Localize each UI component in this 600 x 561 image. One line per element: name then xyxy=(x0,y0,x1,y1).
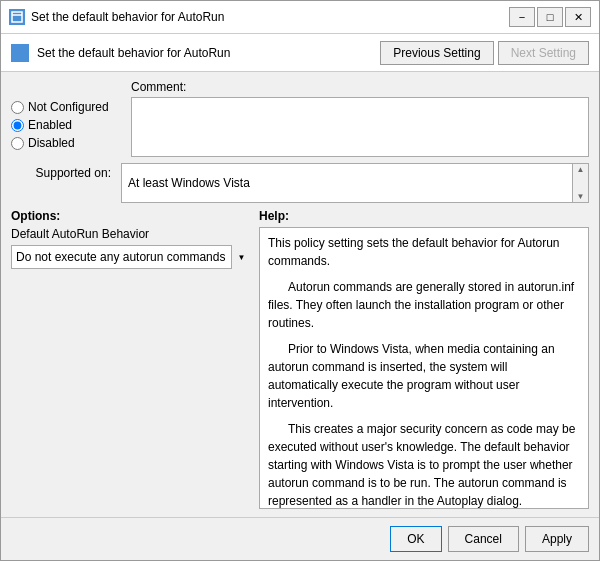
minimize-button[interactable]: − xyxy=(509,7,535,27)
dropdown-wrapper: Do not execute any autorun commands Auto… xyxy=(11,245,251,269)
scroll-down-arrow: ▼ xyxy=(574,192,587,201)
policy-icon xyxy=(11,44,29,62)
help-para-1: This policy setting sets the default beh… xyxy=(268,234,580,270)
not-configured-radio[interactable] xyxy=(11,101,24,114)
close-button[interactable]: ✕ xyxy=(565,7,591,27)
not-configured-label: Not Configured xyxy=(28,100,109,114)
header-bar: Set the default behavior for AutoRun Pre… xyxy=(1,34,599,72)
disabled-label: Disabled xyxy=(28,136,75,150)
radio-group: Not Configured Enabled Disabled xyxy=(11,80,121,157)
window-icon xyxy=(9,9,25,25)
supported-value: At least Windows Vista xyxy=(128,176,250,190)
footer: OK Cancel Apply xyxy=(1,517,599,560)
help-para-2: Autorun commands are generally stored in… xyxy=(268,278,580,332)
supported-label: Supported on: xyxy=(11,163,111,180)
comment-label: Comment: xyxy=(131,80,589,94)
ok-button[interactable]: OK xyxy=(390,526,441,552)
not-configured-option[interactable]: Not Configured xyxy=(11,100,121,114)
cancel-button[interactable]: Cancel xyxy=(448,526,519,552)
autorun-behavior-select[interactable]: Do not execute any autorun commands Auto… xyxy=(11,245,251,269)
options-title: Options: xyxy=(11,209,251,223)
scroll-up-arrow: ▲ xyxy=(574,165,587,174)
comment-textarea[interactable] xyxy=(131,97,589,157)
window-controls: − □ ✕ xyxy=(509,7,591,27)
default-behavior-label: Default AutoRun Behavior xyxy=(11,227,251,241)
bottom-section: Options: Default AutoRun Behavior Do not… xyxy=(11,209,589,509)
previous-setting-button[interactable]: Previous Setting xyxy=(380,41,493,65)
supported-scrollbar: ▲ ▼ xyxy=(572,164,588,202)
help-para-4: This creates a major security concern as… xyxy=(268,420,580,509)
title-bar: Set the default behavior for AutoRun − □… xyxy=(1,1,599,34)
next-setting-button[interactable]: Next Setting xyxy=(498,41,589,65)
top-section: Not Configured Enabled Disabled Comment: xyxy=(11,80,589,157)
nav-buttons: Previous Setting Next Setting xyxy=(380,41,589,65)
content-area: Not Configured Enabled Disabled Comment:… xyxy=(1,72,599,517)
options-panel: Options: Default AutoRun Behavior Do not… xyxy=(11,209,251,509)
comment-section: Comment: xyxy=(131,80,589,157)
help-title: Help: xyxy=(259,209,589,223)
window-title: Set the default behavior for AutoRun xyxy=(31,10,509,24)
disabled-option[interactable]: Disabled xyxy=(11,136,121,150)
svg-rect-0 xyxy=(12,12,22,22)
header-title: Set the default behavior for AutoRun xyxy=(37,46,372,60)
enabled-option[interactable]: Enabled xyxy=(11,118,121,132)
maximize-button[interactable]: □ xyxy=(537,7,563,27)
enabled-label: Enabled xyxy=(28,118,72,132)
apply-button[interactable]: Apply xyxy=(525,526,589,552)
help-content-box[interactable]: This policy setting sets the default beh… xyxy=(259,227,589,509)
main-window: Set the default behavior for AutoRun − □… xyxy=(0,0,600,561)
help-para-3: Prior to Windows Vista, when media conta… xyxy=(268,340,580,412)
enabled-radio[interactable] xyxy=(11,119,24,132)
help-panel: Help: This policy setting sets the defau… xyxy=(259,209,589,509)
supported-value-box: At least Windows Vista ▲ ▼ xyxy=(121,163,589,203)
supported-section: Supported on: At least Windows Vista ▲ ▼ xyxy=(11,163,589,203)
disabled-radio[interactable] xyxy=(11,137,24,150)
